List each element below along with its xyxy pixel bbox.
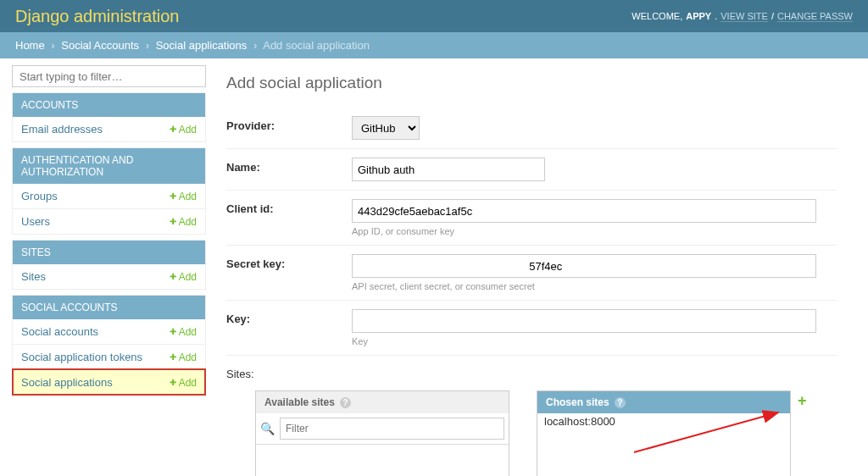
selector-chooser: ➜ ➜ — [511, 390, 537, 476]
breadcrumb-model[interactable]: Social applications — [156, 39, 248, 52]
clientid-help: App ID, or consumer key — [352, 226, 837, 236]
sidebar-item: Email addresses✚Add — [13, 117, 205, 141]
available-filter-input[interactable] — [280, 418, 504, 440]
sidebar-add-link[interactable]: ✚Add — [170, 377, 197, 389]
help-icon[interactable]: ? — [340, 397, 351, 408]
topbar: Django administration WELCOME, APPY. VIE… — [0, 0, 868, 32]
change-password-link[interactable]: CHANGE PASSW — [777, 11, 853, 22]
plus-icon: ✚ — [170, 327, 176, 336]
sidebar-module: SITESSites✚Add — [12, 240, 206, 290]
sidebar-section-header: AUTHENTICATION AND AUTHORIZATION — [13, 148, 205, 184]
key-label: Key: — [226, 309, 352, 325]
sidebar-item-link[interactable]: Sites — [21, 270, 46, 283]
provider-label: Provider: — [226, 116, 352, 132]
breadcrumb: Home › Social Accounts › Social applicat… — [0, 32, 868, 58]
clientid-input[interactable] — [352, 199, 816, 223]
available-filter-bar: 🔍 — [256, 413, 509, 445]
sidebar-add-link[interactable]: ✚Add — [170, 351, 197, 363]
available-sites-header: Available sites ? — [256, 391, 509, 413]
sidebar-item: Groups✚Add — [13, 184, 205, 208]
sidebar-module: ACCOUNTSEmail addresses✚Add — [12, 92, 206, 142]
user-tools: WELCOME, APPY. VIEW SITE / CHANGE PASSW — [632, 11, 853, 22]
form-row-clientid: Client id: App ID, or consumer key — [226, 191, 837, 246]
breadcrumb-home[interactable]: Home — [15, 39, 45, 52]
form-row-key: Key: Key — [226, 301, 837, 356]
breadcrumb-app[interactable]: Social Accounts — [61, 39, 139, 52]
available-sites-box: Available sites ? 🔍 — [255, 390, 509, 476]
plus-icon: ✚ — [170, 272, 176, 281]
sidebar-section-header: SITES — [13, 241, 205, 264]
plus-icon: ✚ — [170, 125, 176, 134]
sidebar-add-link[interactable]: ✚Add — [170, 216, 197, 228]
sites-label: Sites: — [226, 364, 352, 380]
form-row-secret: Secret key: API secret, client secret, o… — [226, 246, 837, 301]
content: Add social application Provider: GitHub … — [206, 58, 868, 476]
sidebar-item: Social applications✚Add — [13, 369, 205, 395]
view-site-link[interactable]: VIEW SITE — [721, 11, 768, 22]
key-help: Key — [352, 336, 837, 346]
sidebar-add-link[interactable]: ✚Add — [170, 124, 197, 136]
chevron-right-icon: › — [250, 39, 260, 52]
sidebar-add-link[interactable]: ✚Add — [170, 271, 197, 283]
chosen-sites-box: Chosen sites ? localhost:8000 — [537, 390, 791, 476]
provider-select[interactable]: GitHub — [352, 116, 420, 140]
page-title: Add social application — [226, 74, 868, 92]
sidebar-item: Users✚Add — [13, 208, 205, 234]
chevron-right-icon: › — [142, 39, 153, 52]
welcome-label: WELCOME, — [632, 11, 682, 21]
secret-help: API secret, client secret, or consumer s… — [352, 281, 837, 291]
sidebar-item-link[interactable]: Users — [21, 215, 50, 228]
sidebar-item-link[interactable]: Email addresses — [21, 123, 103, 136]
plus-icon: ✚ — [170, 191, 176, 201]
sidebar-item: Social accounts✚Add — [13, 319, 205, 344]
key-input[interactable] — [352, 309, 816, 333]
add-site-button[interactable]: + — [798, 392, 807, 410]
plus-icon: ✚ — [170, 378, 176, 387]
search-icon: 🔍 — [260, 422, 275, 435]
sidebar-filter-input[interactable] — [12, 65, 206, 87]
chevron-right-icon: › — [47, 39, 58, 52]
sidebar-module: AUTHENTICATION AND AUTHORIZATIONGroups✚A… — [12, 147, 206, 235]
secret-label: Secret key: — [226, 254, 352, 270]
form-row-provider: Provider: GitHub — [226, 108, 837, 149]
sidebar-item-link[interactable]: Groups — [21, 190, 58, 202]
form-row-sites-label: Sites: — [226, 356, 837, 382]
form-row-name: Name: — [226, 149, 837, 191]
available-list[interactable] — [256, 445, 509, 476]
sidebar-item-link[interactable]: Social applications — [21, 376, 113, 389]
chosen-sites-header: Chosen sites ? — [537, 391, 790, 413]
brand-title[interactable]: Django administration — [15, 7, 179, 26]
sidebar: ACCOUNTSEmail addresses✚AddAUTHENTICATIO… — [0, 58, 206, 476]
sidebar-add-link[interactable]: ✚Add — [170, 191, 197, 202]
name-label: Name: — [226, 158, 352, 174]
chosen-list[interactable]: localhost:8000 — [537, 413, 790, 476]
clientid-label: Client id: — [226, 199, 352, 215]
breadcrumb-current: Add social application — [263, 39, 370, 52]
plus-icon: ✚ — [170, 217, 176, 226]
sidebar-item: Sites✚Add — [13, 264, 205, 289]
sidebar-add-link[interactable]: ✚Add — [170, 326, 197, 338]
plus-icon: ✚ — [170, 352, 176, 362]
name-input[interactable] — [352, 158, 545, 181]
list-item[interactable]: localhost:8000 — [537, 413, 790, 429]
help-icon[interactable]: ? — [615, 397, 626, 408]
sidebar-section-header: ACCOUNTS — [13, 93, 205, 117]
sidebar-section-header: SOCIAL ACCOUNTS — [13, 296, 205, 319]
sidebar-module: SOCIAL ACCOUNTSSocial accounts✚AddSocial… — [12, 295, 206, 396]
sidebar-item-link[interactable]: Social application tokens — [21, 351, 142, 363]
sites-selector: Available sites ? 🔍 ➜ ➜ Chosen sites ? — [226, 382, 837, 476]
username-link[interactable]: APPY — [686, 11, 711, 21]
sidebar-item: Social application tokens✚Add — [13, 344, 205, 369]
secret-input[interactable] — [352, 254, 816, 278]
sidebar-item-link[interactable]: Social accounts — [21, 325, 98, 338]
